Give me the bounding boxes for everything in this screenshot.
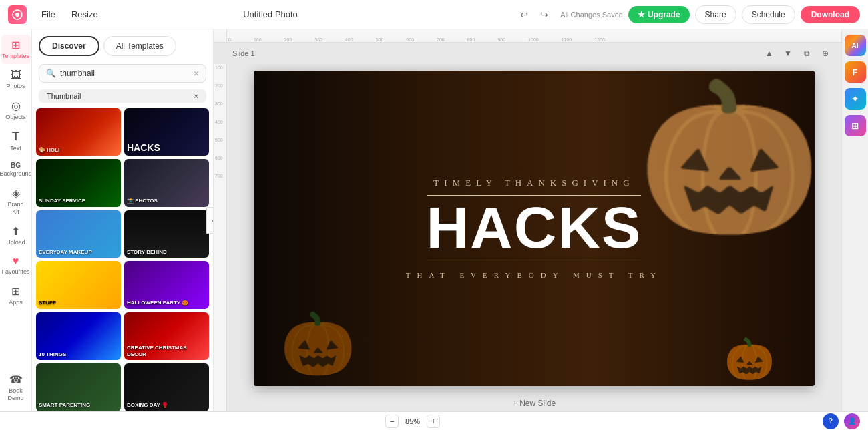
canvas-slide[interactable]: 🎃 🎃 🎃 TIMELY THANKSGIVING HACKS THAT EVE… (254, 71, 815, 386)
sparkle-icon: ✦ (851, 94, 859, 104)
ai-tool-button-4[interactable]: ⊞ (845, 115, 866, 136)
zoom-level: 85% (403, 417, 423, 425)
canvas-header: Slide 1 ▲ ▼ ⧉ ⊕ (214, 43, 841, 64)
svg-point-1 (15, 13, 19, 17)
thumb-text-7: STUFF (39, 300, 118, 306)
canvas-main-title[interactable]: HACKS (406, 201, 663, 254)
ai-icon: AI (852, 42, 859, 49)
ruler-mark-200: 200 (283, 37, 294, 42)
ai-tool-button-3[interactable]: ✦ (845, 88, 866, 110)
redo-button[interactable]: ↪ (536, 7, 552, 23)
template-thumb-3[interactable]: SUNDAY SERVICE (36, 159, 121, 206)
sidebar-item-brand-kit[interactable]: ◈ Brand Kit (1, 183, 31, 220)
share-button[interactable]: Share (695, 5, 736, 24)
slide-label: Slide 1 (232, 49, 255, 57)
ai-tool-button-2[interactable]: F (845, 61, 866, 83)
ruler-mark-700: 700 (435, 37, 446, 42)
filter-bar: Thumbnail × (32, 87, 213, 108)
thumb-text-10: CREATIVE CHRISTMAS DECOR (127, 345, 206, 357)
sidebar-label-text: Text (10, 145, 21, 152)
template-thumb-5[interactable]: EVERYDAY MAKEUP (36, 210, 121, 258)
text-icon: T (12, 130, 19, 144)
objects-icon: ◎ (11, 99, 21, 112)
ruler-mark-1200: 1200 (593, 37, 606, 42)
sidebar-item-text[interactable]: T Text (1, 126, 31, 156)
template-thumb-12[interactable]: BOXING DAY 🥊 (124, 363, 209, 411)
bottom-bar: − 85% + ? 👤 (0, 411, 868, 430)
sidebar-item-book-demo[interactable]: ☎ Book Demo (1, 369, 31, 406)
ruler-vertical: 100 200 300 400 500 600 700 (214, 64, 227, 411)
template-thumb-4[interactable]: 📸 PHOTOS (124, 159, 209, 206)
zoom-controls: − 85% + (385, 415, 440, 428)
app-logo[interactable] (8, 5, 27, 24)
sidebar-item-upload[interactable]: ⬆ Upload (1, 221, 31, 250)
sidebar-item-templates[interactable]: ⊞ Templates (1, 35, 31, 64)
canvas-title-top: TIMELY THANKSGIVING (406, 178, 663, 188)
zoom-in-button[interactable]: + (427, 415, 440, 428)
topbar: File Resize Untitled Photo ↩ ↪ All Chang… (0, 0, 868, 29)
sidebar-item-objects[interactable]: ◎ Objects (1, 95, 31, 125)
template-grid-container: 🎨 HOLI HACKS SUNDAY SERVICE 📸 PHOTOS EVE… (32, 108, 213, 411)
download-button[interactable]: Download (801, 6, 860, 23)
undo-button[interactable]: ↩ (516, 7, 532, 23)
canvas-content: TIMELY THANKSGIVING HACKS THAT EVERYBODY… (379, 151, 690, 305)
templates-icon: ⊞ (11, 39, 20, 51)
thumb-text-8: HALLOWEEN PARTY 🎃 (127, 300, 206, 306)
help-icon[interactable]: ? (823, 413, 839, 429)
sidebar-label-book-demo: Book Demo (4, 387, 28, 402)
book-demo-icon: ☎ (9, 373, 23, 386)
pumpkin-left: 🎃 (280, 309, 355, 379)
brand-kit-icon: ◈ (12, 187, 20, 200)
sidebar-label-objects: Objects (5, 114, 26, 121)
thumb-text-4: 📸 PHOTOS (127, 198, 206, 204)
tab-discover[interactable]: Discover (39, 36, 99, 56)
template-thumb-6[interactable]: STORY BEHIND (124, 210, 209, 258)
nav-down-button[interactable]: ▼ (780, 45, 796, 61)
add-slide-button[interactable]: ⊕ (817, 45, 833, 61)
bottom-user-icons: ? 👤 (823, 413, 860, 429)
template-thumb-7[interactable]: STUFF (36, 261, 121, 308)
search-clear-icon[interactable]: × (194, 68, 199, 79)
font-icon: F (853, 67, 858, 77)
document-title[interactable]: Untitled Photo (33, 9, 509, 19)
template-thumb-1[interactable]: 🎨 HOLI (36, 108, 121, 156)
template-thumb-11[interactable]: SMART PARENTING (36, 363, 121, 411)
templates-panel: Discover All Templates 🔍 × Thumbnail × 🎨… (32, 29, 214, 411)
sidebar-label-upload: Upload (6, 239, 25, 246)
nav-up-button[interactable]: ▲ (761, 45, 777, 61)
sidebar-item-apps[interactable]: ⊞ Apps (1, 281, 31, 310)
ruler-h-inner: 0 100 200 300 400 500 600 700 800 900 10… (227, 29, 606, 42)
ruler-top-row: 0 100 200 300 400 500 600 700 800 900 10… (214, 29, 841, 43)
upload-icon: ⬆ (11, 225, 20, 238)
copy-slide-button[interactable]: ⧉ (799, 45, 815, 61)
sidebar-item-background[interactable]: BG Background (1, 158, 31, 182)
upgrade-button[interactable]: ★ Upgrade (628, 6, 690, 23)
panel-collapse-button[interactable]: ‹ (206, 207, 214, 234)
template-thumb-2[interactable]: HACKS (124, 108, 209, 156)
filter-chip[interactable]: Thumbnail × (39, 89, 206, 103)
template-thumb-10[interactable]: CREATIVE CHRISTMAS DECOR (124, 312, 209, 360)
schedule-button[interactable]: Schedule (742, 5, 795, 24)
sidebar-item-photos[interactable]: 🖼 Photos (1, 65, 31, 94)
user-avatar[interactable]: 👤 (844, 413, 860, 429)
template-thumb-9[interactable]: 10 THINGS (36, 312, 121, 360)
ai-tool-button-1[interactable]: AI (845, 35, 866, 56)
filter-clear-icon[interactable]: × (194, 92, 198, 100)
sidebar-label-background: Background (0, 170, 32, 178)
left-sidebar: ⊞ Templates 🖼 Photos ◎ Objects T Text BG… (0, 29, 32, 411)
template-thumb-8[interactable]: HALLOWEEN PARTY 🎃 (124, 261, 209, 308)
search-input[interactable] (60, 69, 190, 78)
tab-all-templates[interactable]: All Templates (103, 36, 176, 56)
thumb-text-2: HACKS (127, 142, 206, 154)
zoom-out-button[interactable]: − (385, 415, 399, 428)
canvas-toolbar: ▲ ▼ ⧉ ⊕ (761, 45, 833, 61)
canvas-scroll[interactable]: 100 200 300 400 500 600 700 🎃 🎃 🎃 (214, 64, 841, 411)
ruler-mark-500: 500 (375, 37, 385, 42)
new-slide-button[interactable]: + New Slide (505, 396, 564, 411)
ruler-mark-1100: 1100 (560, 37, 574, 42)
ruler-mark-400: 400 (344, 37, 355, 42)
canvas-subtitle: THAT EVERYBODY MUST TRY (406, 271, 663, 279)
sidebar-item-favourites[interactable]: ♥ Favourites (1, 251, 31, 280)
ruler-mark-800: 800 (466, 37, 477, 42)
apps-icon: ⊞ (11, 285, 20, 298)
